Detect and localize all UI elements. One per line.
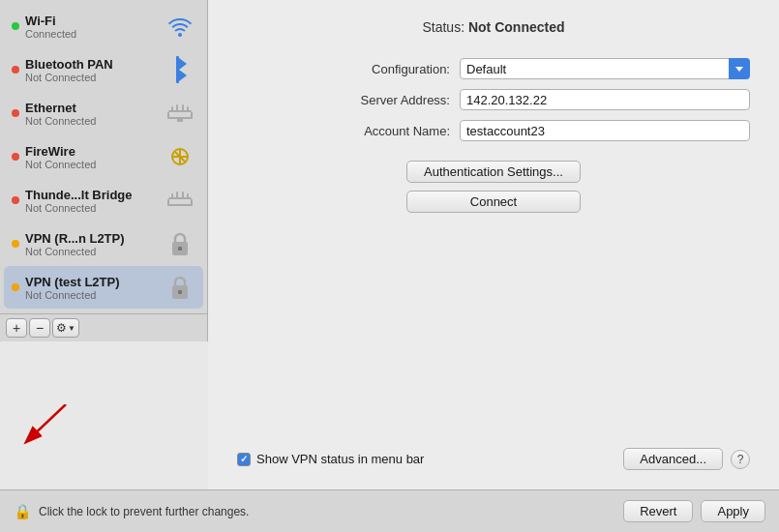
status-dot-thunderbolt [12, 196, 19, 204]
sidebar-item-vpn-l2tp[interactable]: VPN (R...n L2TP) Not Connected [4, 222, 203, 265]
bluetooth-pan-name: Bluetooth PAN [25, 57, 161, 72]
network-list: Wi-Fi Connected [0, 0, 207, 313]
status-label: Status: [422, 19, 464, 35]
svg-rect-3 [176, 104, 178, 112]
show-vpn-checkbox[interactable] [237, 453, 251, 466]
remove-button[interactable]: − [29, 318, 50, 338]
vpn-test-status: Not Connected [25, 289, 161, 301]
svg-rect-0 [176, 56, 179, 83]
status-dot-vpn-test [12, 283, 19, 291]
connect-button[interactable]: Connect [406, 191, 581, 213]
firewire-icon [165, 141, 195, 172]
wifi-icon [165, 11, 195, 42]
vpn-l2tp-status: Not Connected [25, 246, 161, 257]
show-vpn-checkbox-label[interactable]: Show VPN status in menu bar [237, 452, 424, 466]
server-address-label: Server Address: [324, 93, 450, 107]
sidebar-item-bluetooth-pan[interactable]: Bluetooth PAN Not Connected [4, 48, 203, 91]
bluetooth-icon [165, 54, 195, 85]
add-arrow-indicator [17, 404, 75, 453]
apply-button[interactable]: Apply [701, 500, 765, 522]
ethernet-status: Not Connected [25, 115, 161, 127]
server-address-input[interactable] [460, 89, 750, 110]
status-dot-ethernet [12, 109, 19, 117]
status-dot-firewire [12, 153, 19, 161]
advanced-button[interactable]: Advanced... [623, 448, 723, 470]
sidebar-item-ethernet[interactable]: Ethernet Not Connected [4, 92, 203, 134]
add-button[interactable]: + [6, 318, 27, 338]
svg-rect-19 [178, 290, 182, 294]
bottom-options: Show VPN status in menu bar Advanced... … [237, 438, 750, 470]
svg-rect-14 [182, 192, 184, 199]
account-name-row: Account Name: [237, 120, 750, 141]
svg-rect-12 [171, 193, 173, 199]
gear-button[interactable]: ⚙ ▼ [52, 318, 79, 338]
account-name-label: Account Name: [324, 124, 450, 138]
svg-rect-13 [176, 192, 178, 199]
sidebar-toolbar: + − ⚙ ▼ [0, 313, 207, 341]
thunderbolt-status: Not Connected [25, 202, 161, 214]
sidebar: Wi-Fi Connected [0, 0, 208, 341]
lock-icon[interactable]: 🔒 [14, 503, 31, 520]
svg-rect-5 [187, 106, 189, 112]
svg-rect-17 [178, 247, 182, 251]
help-button[interactable]: ? [731, 450, 750, 469]
server-address-row: Server Address: [237, 89, 750, 110]
main-panel: Status: Not Connected Configuration: Def… [208, 0, 779, 489]
ethernet-icon [165, 98, 195, 129]
action-buttons: Authentication Settings... Connect [237, 161, 750, 213]
status-bar: Status: Not Connected [237, 19, 750, 35]
firewire-status: Not Connected [25, 159, 161, 170]
bluetooth-pan-status: Not Connected [25, 72, 161, 83]
vpn-test-icon [165, 272, 195, 303]
configuration-label: Configuration: [324, 62, 450, 76]
thunderbolt-icon [165, 185, 195, 216]
svg-rect-6 [177, 118, 183, 122]
bottom-bar: 🔒 Click the lock to prevent further chan… [0, 489, 779, 532]
svg-rect-2 [171, 106, 173, 112]
right-actions: Advanced... ? [623, 448, 750, 470]
sidebar-item-firewire[interactable]: FireWire Not Connected [4, 135, 203, 178]
wifi-status: Connected [25, 28, 161, 40]
configuration-row: Configuration: Default [237, 58, 750, 79]
svg-rect-15 [187, 193, 189, 199]
bottom-actions: Revert Apply [623, 500, 765, 522]
vpn-test-name: VPN (test L2TP) [25, 275, 161, 289]
sidebar-item-thunderbolt[interactable]: Thunde...lt Bridge Not Connected [4, 179, 203, 222]
status-value: Not Connected [468, 19, 565, 35]
revert-button[interactable]: Revert [623, 500, 693, 522]
status-dot-bluetooth [12, 66, 19, 74]
sidebar-item-vpn-test[interactable]: VPN (test L2TP) Not Connected [4, 266, 203, 309]
vpn-l2tp-icon [165, 228, 195, 259]
vpn-l2tp-name: VPN (R...n L2TP) [25, 231, 161, 246]
svg-line-21 [27, 404, 66, 441]
sidebar-item-wifi[interactable]: Wi-Fi Connected [4, 5, 203, 47]
auth-settings-button[interactable]: Authentication Settings... [406, 161, 581, 183]
status-dot-vpn-l2tp [12, 240, 19, 248]
form-section: Configuration: Default Server Address: A… [237, 58, 750, 141]
account-name-input[interactable] [460, 120, 750, 141]
svg-rect-4 [182, 104, 184, 112]
configuration-select-wrapper: Default [460, 58, 750, 79]
thunderbolt-name: Thunde...lt Bridge [25, 188, 161, 202]
firewire-name: FireWire [25, 144, 161, 159]
status-dot-wifi [12, 22, 19, 30]
wifi-name: Wi-Fi [25, 14, 161, 28]
ethernet-name: Ethernet [25, 101, 161, 115]
configuration-select[interactable]: Default [460, 58, 750, 79]
bottom-bar-text: Click the lock to prevent further change… [39, 505, 615, 518]
show-vpn-label: Show VPN status in menu bar [256, 452, 424, 466]
